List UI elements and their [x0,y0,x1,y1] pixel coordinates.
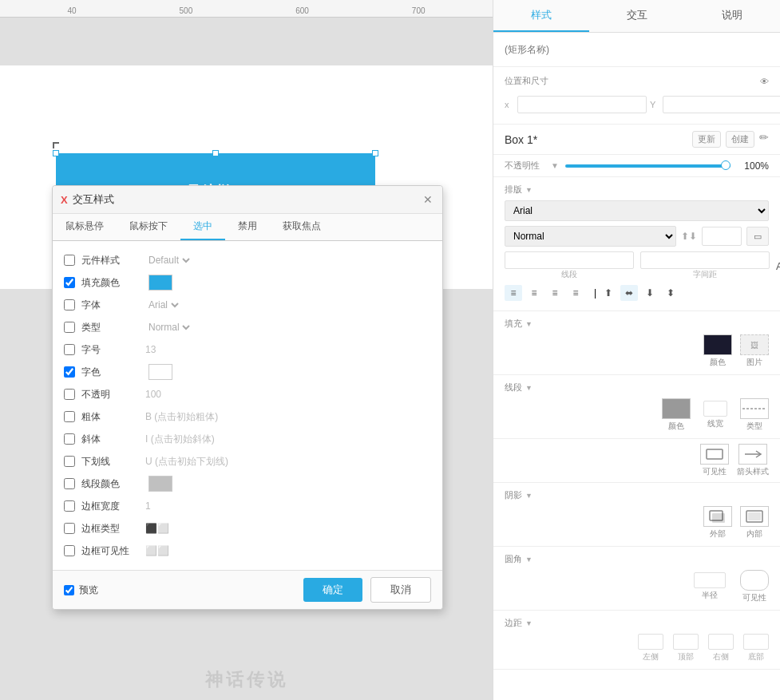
panel-tab-style[interactable]: 样式 [493,0,589,32]
prop-bold: 粗体 B (点击初始粗体) [64,405,431,428]
fill-section: 填充 ▼ 颜色 🖼 图片 [493,311,780,375]
panel-tab-interaction[interactable]: 交互 [589,0,685,32]
font-size-checkbox[interactable] [64,344,75,355]
fill-image-swatch[interactable]: 🖼 [740,334,769,355]
element-name-input[interactable] [505,41,769,58]
visibility-option[interactable]: 可见性 [700,444,729,477]
bold-checkbox[interactable] [64,411,75,422]
type-select[interactable]: Normal [145,321,192,334]
margin-bottom-input[interactable]: 2 [743,634,769,650]
border-width-input[interactable] [145,500,431,512]
handle-tr[interactable] [372,150,378,156]
valign-middle-button[interactable]: ⬌ [620,285,638,301]
font-checkbox[interactable] [64,299,75,310]
border-arrow: ▼ [525,384,533,392]
underline-checkbox[interactable] [64,456,75,467]
fill-color-checkbox[interactable] [64,277,75,288]
align-right-button[interactable]: ≡ [546,285,564,301]
font-color-checkbox[interactable] [64,366,75,378]
arrow-style-option[interactable]: 箭头样式 [737,444,769,477]
shadow-inner-btn[interactable] [740,506,769,527]
opacity-input[interactable] [145,389,431,400]
type-checkbox[interactable] [64,322,75,333]
line-height-input[interactable]: 15 (auto) [505,251,634,269]
tab-disabled[interactable]: 禁用 [225,214,270,240]
preview-label[interactable]: 预览 [64,583,98,597]
shadow-outer-option[interactable]: 外部 [703,506,732,540]
align-left-button[interactable]: ≡ [505,285,522,301]
font-width-button[interactable]: ▭ [746,227,769,246]
italic-checkbox[interactable] [64,433,75,445]
shadow-inner-option[interactable]: 内部 [740,506,769,540]
margin-left-input[interactable]: 40 [638,634,663,650]
font-size-input-right[interactable]: 13 [702,227,742,246]
font-style-select[interactable]: Normal [505,226,676,247]
align-justify-button[interactable]: ≡ [567,285,584,301]
text-case-icon[interactable]: Aa [776,260,780,272]
update-button[interactable]: 更新 [692,131,721,148]
ruler-mark-600: 600 [295,6,309,15]
fill-image-option[interactable]: 🖼 图片 [740,334,769,368]
valign-top-button[interactable]: ⬆ [600,285,617,301]
handle-tl[interactable] [53,150,59,156]
font-select[interactable]: Arial [145,299,181,311]
create-button[interactable]: 创建 [726,131,754,148]
corner-vis-btn[interactable] [740,570,769,591]
element-style-checkbox[interactable] [64,255,75,266]
preview-checkbox[interactable] [64,585,74,595]
prop-border-width: 边框宽度 [64,495,431,517]
font-family-select[interactable]: Arial [505,200,769,221]
tab-hover[interactable]: 鼠标悬停 [53,214,117,240]
valign-stretch-button[interactable]: ⬍ [662,285,679,301]
edit-icon[interactable]: ✏ [759,131,769,148]
border-color-swatch-right[interactable] [662,398,691,419]
border-type-option[interactable]: 类型 [740,398,769,432]
border-type-checkbox[interactable] [64,523,75,534]
char-spacing-input[interactable]: 0 [640,251,770,269]
tab-focus[interactable]: 获取焦点 [270,214,334,240]
margin-right-input[interactable]: 2 [708,634,734,650]
x-input[interactable]: 432 [517,96,647,113]
panel-tab-note[interactable]: 说明 [684,0,780,32]
font-color-swatch[interactable] [148,364,172,380]
fill-color-swatch-right[interactable] [703,334,732,355]
y-input[interactable]: 68 [663,96,780,113]
arrow-style-btn[interactable] [738,444,767,465]
opacity-checkbox[interactable] [64,389,75,400]
prop-border-color: 线段颜色 [64,473,431,495]
border-width-input-right[interactable]: 0 [703,401,727,417]
tab-mousedown[interactable]: 鼠标按下 [117,214,180,240]
corner-vis-option[interactable]: 可见性 [740,570,769,603]
border-width-checkbox[interactable] [64,500,75,512]
tab-selected[interactable]: 选中 [180,214,225,240]
fill-color-swatch[interactable] [148,275,172,291]
handle-tm[interactable] [212,150,219,156]
font-size-input[interactable] [145,344,431,355]
bold-value: B (点击初始粗体) [145,410,431,424]
fill-color-option[interactable]: 颜色 [703,334,732,368]
canvas-area: 40 500 600 700 导航栏一 X [0,0,493,700]
border-color-option[interactable]: 颜色 [662,398,691,432]
border-color-checkbox[interactable] [64,478,75,489]
corner-radius-input[interactable]: 0 [694,572,726,588]
confirm-button[interactable]: 确定 [303,578,362,602]
position-grid: x 432 Y 68 旋转 0 W 🔒 256 H 54 ⊞ [505,93,769,116]
cancel-button[interactable]: 取消 [370,577,431,603]
element-style-select[interactable]: Default [145,254,192,267]
margin-label-row: 边距 ▼ [505,617,769,629]
opacity-slider[interactable] [565,164,731,168]
border-type-btn-right[interactable] [740,398,769,419]
visibility-btn[interactable] [700,444,729,465]
eye-icon[interactable]: 👁 [760,77,769,86]
valign-bottom-button[interactable]: ⬇ [641,285,659,301]
border-vis-checkbox[interactable] [64,545,75,556]
opacity-label: 不透明 [81,388,145,401]
shadow-outer-btn[interactable] [703,506,732,527]
align-center-button[interactable]: ≡ [525,285,543,301]
corner-options-row: 0 半径 可见性 [505,570,769,603]
margin-top-input[interactable]: 2 [673,634,699,650]
dialog-close-button[interactable]: ✕ [422,193,434,206]
fill-color-label: 填充颜色 [81,276,145,290]
border-color-swatch[interactable] [148,476,172,492]
font-style-stepper[interactable]: ⬆⬇ [681,231,697,242]
